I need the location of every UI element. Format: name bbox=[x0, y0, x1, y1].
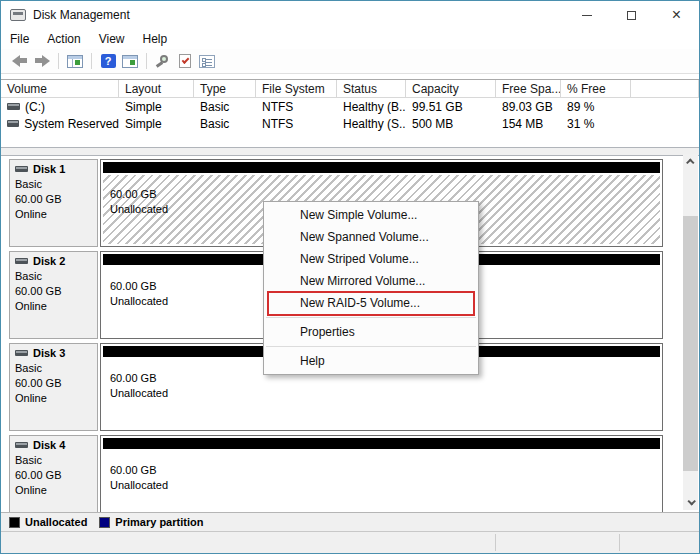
refresh-button[interactable] bbox=[152, 51, 174, 71]
unallocated-swatch bbox=[9, 517, 20, 528]
menu-item-properties[interactable]: Properties bbox=[264, 321, 478, 343]
maximize-button[interactable] bbox=[609, 1, 654, 29]
close-icon: × bbox=[672, 7, 681, 23]
window-controls: × bbox=[564, 1, 699, 29]
volume-icon bbox=[7, 120, 19, 127]
check-disk-icon bbox=[179, 54, 191, 68]
context-menu: New Simple Volume... New Spanned Volume.… bbox=[263, 201, 479, 375]
column-header-layout[interactable]: Layout bbox=[119, 80, 194, 97]
column-header-free-space[interactable]: Free Spa... bbox=[496, 80, 561, 97]
table-row-c-drive[interactable]: (C:) Simple Basic NTFS Healthy (B... 99.… bbox=[1, 98, 699, 115]
column-header-status[interactable]: Status bbox=[337, 80, 406, 97]
cell-pct-free: 31 % bbox=[561, 117, 631, 131]
menu-item-new-raid5-volume[interactable]: New RAID-5 Volume... bbox=[264, 292, 478, 314]
forward-icon bbox=[34, 56, 50, 66]
region-label: Unallocated bbox=[110, 294, 168, 309]
menu-item-new-simple-volume[interactable]: New Simple Volume... bbox=[264, 204, 478, 226]
disk-name: Disk 2 bbox=[33, 255, 65, 267]
menu-item-new-spanned-volume[interactable]: New Spanned Volume... bbox=[264, 226, 478, 248]
table-row-system-reserved[interactable]: System Reserved Simple Basic NTFS Health… bbox=[1, 115, 699, 132]
scroll-down-button[interactable] bbox=[683, 494, 698, 510]
volume-list: Volume Layout Type File System Status Ca… bbox=[1, 79, 699, 147]
disk-4-header[interactable]: Disk 4 Basic 60.00 GB Online bbox=[9, 435, 98, 512]
disk-size: 60.00 GB bbox=[15, 376, 92, 391]
volume-icon bbox=[7, 103, 20, 110]
disk-management-window: Disk Management × File Action View Help … bbox=[0, 0, 700, 554]
disk-3-header[interactable]: Disk 3 Basic 60.00 GB Online bbox=[9, 343, 98, 431]
menu-bar: File Action View Help bbox=[1, 29, 699, 49]
menu-item-help[interactable]: Help bbox=[264, 350, 478, 372]
menu-help[interactable]: Help bbox=[134, 30, 177, 48]
disk-icon bbox=[15, 442, 28, 448]
column-header-capacity[interactable]: Capacity bbox=[406, 80, 496, 97]
window-title: Disk Management bbox=[33, 8, 130, 22]
cell-pct-free: 89 % bbox=[561, 100, 631, 114]
menu-view[interactable]: View bbox=[90, 30, 134, 48]
minimize-icon bbox=[582, 15, 592, 16]
cell-capacity: 99.51 GB bbox=[406, 100, 496, 114]
region-size: 60.00 GB bbox=[110, 371, 168, 386]
region-label: Unallocated bbox=[110, 478, 168, 493]
disk-type: Basic bbox=[15, 361, 92, 376]
disk-1-header[interactable]: Disk 1 Basic 60.00 GB Online bbox=[9, 159, 98, 247]
region-size: 60.00 GB bbox=[110, 187, 168, 202]
column-header-volume[interactable]: Volume bbox=[1, 80, 119, 97]
column-header-pct-free[interactable]: % Free bbox=[561, 80, 631, 97]
pane-divider[interactable] bbox=[1, 147, 699, 156]
disk-row-4: Disk 4 Basic 60.00 GB Online 60.00 GB Un… bbox=[9, 435, 663, 512]
toolbar-separator bbox=[58, 53, 59, 69]
disk-type: Basic bbox=[15, 177, 92, 192]
back-icon bbox=[12, 56, 28, 66]
legend-label: Primary partition bbox=[115, 516, 203, 528]
disk-2-header[interactable]: Disk 2 Basic 60.00 GB Online bbox=[9, 251, 98, 339]
volume-list-header: Volume Layout Type File System Status Ca… bbox=[1, 80, 699, 98]
region-size: 60.00 GB bbox=[110, 279, 168, 294]
menu-item-new-mirrored-volume[interactable]: New Mirrored Volume... bbox=[264, 270, 478, 292]
action-pane-icon bbox=[122, 55, 138, 68]
cell-status: Healthy (S... bbox=[337, 117, 406, 131]
disk-4-unallocated-region[interactable]: 60.00 GB Unallocated bbox=[100, 435, 663, 512]
menu-item-new-striped-volume[interactable]: New Striped Volume... bbox=[264, 248, 478, 270]
column-header-type[interactable]: Type bbox=[194, 80, 256, 97]
cell-status: Healthy (B... bbox=[337, 100, 406, 114]
disk-size: 60.00 GB bbox=[15, 192, 92, 207]
volume-name: (C:) bbox=[25, 100, 45, 114]
region-color-band bbox=[103, 162, 660, 173]
cell-capacity: 500 MB bbox=[406, 117, 496, 131]
scrollbar-thumb[interactable] bbox=[683, 216, 698, 471]
toolbar: ? bbox=[1, 49, 699, 74]
chevron-up-icon bbox=[686, 158, 694, 166]
show-console-tree-button[interactable] bbox=[64, 51, 86, 71]
forward-button[interactable] bbox=[31, 51, 53, 71]
toolbar-separator bbox=[146, 53, 147, 69]
cell-type: Basic bbox=[194, 100, 256, 114]
cell-free-space: 154 MB bbox=[496, 117, 561, 131]
menu-file[interactable]: File bbox=[1, 30, 38, 48]
legend-bar: Unallocated Primary partition bbox=[1, 512, 699, 531]
back-button[interactable] bbox=[9, 51, 31, 71]
show-action-pane-button[interactable] bbox=[119, 51, 141, 71]
disk-size: 60.00 GB bbox=[15, 468, 92, 483]
legend-item-unallocated: Unallocated bbox=[9, 516, 87, 528]
region-color-band bbox=[103, 438, 660, 449]
scroll-up-button[interactable] bbox=[683, 154, 698, 170]
help-button[interactable]: ? bbox=[97, 51, 119, 71]
column-header-file-system[interactable]: File System bbox=[256, 80, 337, 97]
vertical-scrollbar[interactable] bbox=[683, 154, 698, 510]
minimize-button[interactable] bbox=[564, 1, 609, 29]
primary-partition-swatch bbox=[99, 517, 110, 528]
disk-status: Online bbox=[15, 299, 92, 314]
volume-name: System Reserved bbox=[24, 117, 119, 131]
properties-button[interactable] bbox=[196, 51, 218, 71]
cell-layout: Simple bbox=[119, 100, 194, 114]
check-disk-button[interactable] bbox=[174, 51, 196, 71]
column-header-empty bbox=[631, 80, 699, 97]
disk-type: Basic bbox=[15, 453, 92, 468]
properties-icon bbox=[199, 55, 215, 68]
maximize-icon bbox=[627, 11, 636, 20]
refresh-icon bbox=[155, 54, 171, 68]
menu-action[interactable]: Action bbox=[38, 30, 89, 48]
close-button[interactable]: × bbox=[654, 1, 699, 29]
cell-file-system: NTFS bbox=[256, 117, 337, 131]
disk-status: Online bbox=[15, 391, 92, 406]
